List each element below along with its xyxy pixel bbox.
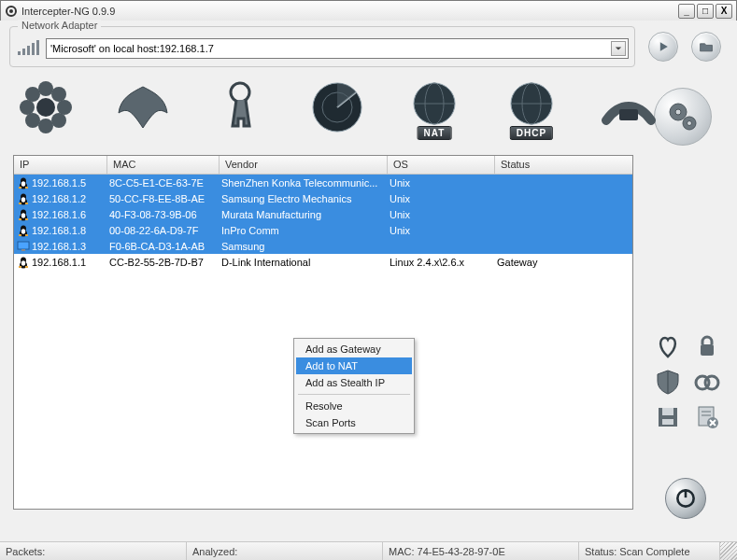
penguin-icon (16, 176, 31, 189)
svg-rect-42 (25, 203, 28, 204)
svg-rect-5 (32, 43, 35, 55)
cell-status (495, 182, 632, 184)
svg-point-63 (705, 376, 718, 389)
cell-status (495, 230, 632, 231)
adapter-select[interactable]: 'Microsoft' on local host:192.168.1.7 (46, 38, 629, 59)
svg-rect-32 (619, 109, 638, 120)
icq-mode-icon[interactable] (13, 75, 78, 140)
monitor-icon (16, 240, 31, 253)
table-row[interactable]: 192.168.1.800-08-22-6A-D9-7FInPro CommUn… (14, 222, 632, 238)
settings-button[interactable] (654, 88, 712, 146)
svg-rect-54 (21, 249, 25, 251)
col-ip[interactable]: IP (14, 156, 107, 174)
table-row[interactable]: 192.168.1.250-CC-F8-EE-8B-AESamsung Elec… (14, 190, 632, 206)
clear-log-icon[interactable] (691, 401, 723, 433)
cell-mac: 50-CC-F8-EE-8B-AE (107, 192, 220, 205)
cell-ip: 192.168.1.2 (32, 193, 86, 204)
table-row[interactable]: 192.168.1.1CC-B2-55-2B-7D-B7D-Link Inter… (14, 254, 632, 270)
shield-icon[interactable] (652, 366, 684, 398)
svg-rect-36 (19, 187, 21, 189)
svg-point-19 (36, 98, 55, 117)
penguin-icon (16, 192, 31, 205)
table-row[interactable]: 192.168.1.58C-C5-E1-CE-63-7EShenZhen Kon… (14, 175, 632, 190)
cell-vendor: InPro Comm (220, 224, 388, 237)
col-mac[interactable]: MAC (107, 156, 220, 174)
svg-rect-52 (25, 234, 28, 236)
svg-point-14 (57, 100, 72, 115)
eagle-mode-icon[interactable] (110, 75, 176, 140)
cell-vendor: Samsung Electro Mechanics (220, 192, 388, 205)
handcuffs-icon[interactable] (691, 366, 723, 398)
col-vendor[interactable]: Vendor (220, 156, 388, 174)
open-folder-button[interactable] (691, 32, 721, 62)
chevron-down-icon[interactable] (611, 41, 626, 56)
cell-mac: 00-08-22-6A-D9-7F (107, 224, 220, 237)
svg-point-15 (25, 87, 40, 102)
svg-point-10 (687, 121, 692, 126)
cable-mode-icon[interactable] (596, 75, 661, 140)
svg-rect-51 (19, 234, 21, 236)
save-icon[interactable] (652, 401, 684, 433)
status-analyzed: Analyzed: (187, 542, 383, 560)
cell-ip: 192.168.1.1 (32, 257, 86, 268)
ctx-resolve[interactable]: Resolve (296, 398, 412, 414)
cell-os: Unix (388, 192, 495, 205)
svg-rect-53 (18, 242, 29, 249)
col-os[interactable]: OS (388, 156, 495, 174)
penguin-icon (16, 208, 31, 221)
status-scan: Status: Scan Complete (579, 542, 720, 560)
svg-point-57 (21, 260, 25, 266)
minimize-button[interactable]: _ (678, 4, 695, 19)
power-button[interactable] (665, 478, 706, 519)
ctx-add-as-stealth-ip[interactable]: Add as Stealth IP (296, 374, 412, 391)
keys-mode-icon[interactable] (207, 75, 273, 140)
ctx-scan-ports[interactable]: Scan Ports (296, 414, 412, 431)
svg-rect-66 (662, 419, 673, 425)
cell-ip: 192.168.1.5 (32, 177, 86, 189)
table-row[interactable]: 192.168.1.3F0-6B-CA-D3-1A-ABSamsung (14, 238, 632, 254)
radar-mode-icon[interactable] (305, 75, 370, 140)
svg-point-18 (51, 113, 66, 128)
ctx-separator (298, 394, 410, 395)
cell-ip: 192.168.1.8 (32, 225, 86, 236)
svg-point-13 (20, 100, 35, 115)
dhcp-mode-icon[interactable]: DHCP (499, 75, 564, 140)
ctx-add-to-nat[interactable]: Add to NAT (296, 357, 412, 374)
mode-toolbar: NAT DHCP (13, 75, 661, 140)
svg-point-35 (21, 181, 25, 187)
ctx-add-as-gateway[interactable]: Add as Gateway (296, 341, 412, 357)
svg-rect-4 (27, 46, 30, 55)
table-header: IP MAC Vendor OS Status (14, 156, 632, 175)
cell-mac: CC-B2-55-2B-7D-B7 (107, 256, 220, 269)
cell-status: Gateway (495, 256, 632, 269)
svg-point-17 (25, 113, 40, 128)
close-button[interactable]: X (716, 4, 732, 19)
status-bar: Packets: Analyzed: MAC: 74-E5-43-28-97-0… (0, 541, 737, 560)
col-status[interactable]: Status (495, 156, 632, 174)
svg-rect-65 (662, 408, 673, 415)
penguin-icon (16, 256, 31, 269)
svg-point-16 (51, 87, 66, 102)
cell-status (495, 214, 632, 216)
cell-ip: 192.168.1.3 (32, 241, 86, 252)
svg-rect-2 (18, 51, 21, 55)
nat-mode-icon[interactable]: NAT (402, 75, 467, 140)
table-row[interactable]: 192.168.1.640-F3-08-73-9B-06Murata Manuf… (14, 206, 632, 222)
maximize-button[interactable]: □ (697, 4, 714, 19)
svg-rect-60 (701, 344, 714, 356)
play-button[interactable] (648, 32, 678, 62)
signal-icon (16, 39, 42, 58)
lock-icon[interactable] (691, 330, 723, 362)
status-packets: Packets: (0, 542, 187, 560)
cell-os: Unix (388, 208, 495, 221)
adapter-select-value: 'Microsoft' on local host:192.168.1.7 (50, 43, 214, 54)
side-tools (648, 330, 727, 433)
svg-rect-59 (25, 266, 28, 268)
window-title: Intercepter-NG 0.9.9 (21, 6, 676, 17)
svg-point-11 (38, 81, 53, 96)
heartbleed-icon[interactable] (652, 330, 684, 362)
svg-point-40 (21, 197, 25, 203)
resize-grip[interactable] (720, 542, 737, 560)
nat-badge: NAT (418, 126, 452, 140)
adapter-group-label: Network Adapter (18, 20, 101, 31)
